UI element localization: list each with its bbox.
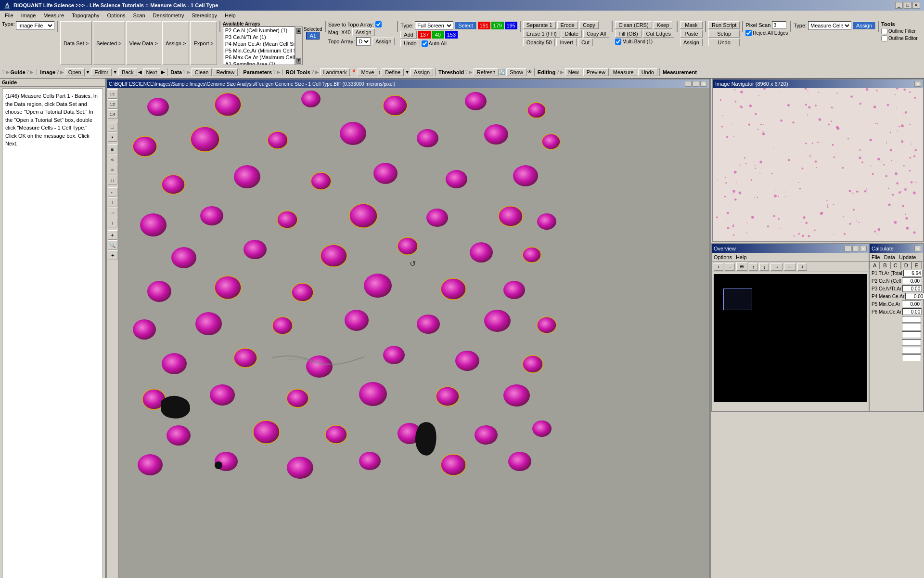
data-set-btn[interactable]: Data Set > (60, 21, 92, 65)
copy-btn[interactable]: Copy (579, 21, 599, 29)
mask-btn[interactable]: Mask (680, 21, 703, 29)
ov-minus-btn[interactable]: − (725, 263, 734, 271)
menu-image[interactable]: Image (18, 12, 39, 19)
minimize-btn[interactable]: _ (895, 2, 903, 9)
ov-maximize-btn[interactable]: □ (852, 246, 859, 251)
cut-edges-btn[interactable]: Cut Edges (643, 30, 674, 38)
zoom-tool-btn[interactable]: 🔍 (108, 240, 117, 250)
clean-btn[interactable]: Clean (192, 68, 212, 76)
open-btn[interactable]: Open (65, 68, 85, 76)
calc-row-value-8[interactable] (902, 331, 921, 338)
define-btn[interactable]: Define (382, 68, 404, 76)
calc-row-value-4[interactable] (902, 301, 921, 307)
measure-btn[interactable]: Measure (610, 68, 637, 76)
up-btn[interactable]: ↑ (108, 197, 117, 207)
back-btn[interactable]: Back (118, 68, 137, 76)
topo-arr-select[interactable]: D1 (356, 37, 371, 46)
array-item-2[interactable]: P4 Mean Ce.Ar (Mean Cell Size) (1) (223, 40, 295, 47)
selected-btn[interactable]: Selected > (93, 21, 125, 65)
small-square-btn[interactable]: ▪ (108, 132, 117, 142)
calc-close-btn[interactable]: ✕ (914, 246, 921, 251)
array-item-5[interactable]: A1 Sampling Area (1) (223, 61, 295, 65)
landmark-btn[interactable]: Landmark (320, 68, 350, 76)
auto-all-checkbox[interactable] (422, 40, 428, 47)
calc-row-value-10[interactable] (902, 347, 921, 354)
calc-row-value-3[interactable] (905, 293, 924, 300)
clean-crs-btn[interactable]: Clean (CRS) (615, 21, 652, 29)
assign-mag-btn[interactable]: Assign (352, 28, 375, 36)
refresh-btn[interactable]: Refresh (474, 68, 499, 76)
calc-row-value-0[interactable] (903, 270, 923, 276)
plus-btn[interactable]: + (108, 230, 117, 240)
array-list[interactable]: P2 Ce.N (Cell Number) (1) P3 Ce.N/Tt.Ar … (223, 26, 295, 65)
view-data-btn[interactable]: View Data > (126, 21, 161, 65)
calc-row-value-11[interactable] (902, 355, 921, 361)
ov-crosshair-btn[interactable]: ⊕ (736, 263, 747, 271)
star-btn[interactable]: ✦ (108, 250, 117, 260)
editor-btn[interactable]: Editor (91, 68, 112, 76)
zoom-14-btn[interactable]: 1:4 (108, 109, 117, 119)
img-maximize-btn[interactable]: □ (693, 81, 699, 87)
assign-editing-btn[interactable]: Assign (680, 39, 703, 46)
paste-btn[interactable]: Paste (680, 30, 703, 38)
run-script-btn[interactable]: Run Script (708, 21, 740, 29)
assign-roi-btn[interactable]: Assign (411, 68, 433, 76)
menu-topography[interactable]: Topography (69, 12, 103, 19)
copy-all-btn[interactable]: Copy All (583, 30, 609, 38)
array-item-0[interactable]: P2 Ce.N (Cell Number) (1) (223, 27, 295, 34)
ov-plus2-btn[interactable]: + (797, 263, 807, 271)
nav-close-btn[interactable]: ✕ (914, 81, 921, 87)
menu-densitometry[interactable]: Densitometry (150, 12, 187, 19)
ov-close-btn[interactable]: ✕ (860, 246, 867, 251)
undo2-btn[interactable]: Undo (708, 39, 740, 46)
show-btn[interactable]: Show (506, 68, 526, 76)
opacity50-btn[interactable]: Opacity 50 (523, 39, 555, 46)
zoom-12-btn[interactable]: 1:2 (108, 99, 117, 109)
invert-btn[interactable]: Invert (556, 39, 577, 46)
down-arrows-btn[interactable]: ↓↓ (108, 175, 117, 184)
menu-stereology[interactable]: Stereology (189, 12, 220, 19)
keep-btn[interactable]: Keep (654, 21, 673, 29)
array-item-1[interactable]: P3 Ce.N/Tt.Ar (1) (223, 34, 295, 40)
multi-band-checkbox[interactable] (615, 39, 621, 45)
overview-menu-help[interactable]: Help (736, 254, 747, 260)
menu-file[interactable]: File (2, 12, 16, 19)
next-btn[interactable]: Next (143, 68, 161, 76)
dilate-btn[interactable]: Dilate (562, 30, 582, 38)
separate1-btn[interactable]: Separate 1 (523, 21, 556, 29)
undo-btn[interactable]: Undo (400, 39, 420, 47)
left-arrows-btn[interactable]: « (108, 155, 117, 164)
calc-tab-b[interactable]: B (880, 262, 890, 269)
move-btn[interactable]: Move (358, 68, 377, 76)
menu-scan[interactable]: Scan (130, 12, 148, 19)
right-arrows-btn[interactable]: » (108, 165, 117, 174)
close-btn[interactable]: ✕ (912, 2, 920, 9)
calc-row-value-2[interactable] (902, 285, 922, 292)
ov-right2-btn[interactable]: → (770, 263, 783, 271)
calc-tab-a[interactable]: A (870, 262, 880, 269)
erode-btn[interactable]: Erode (557, 21, 578, 29)
menu-measure[interactable]: Measure (40, 12, 67, 19)
erase1fh-btn[interactable]: Erase 1 (FH) (523, 30, 560, 38)
menu-options[interactable]: Options (104, 12, 128, 19)
ov-up2-btn[interactable]: ↑ (749, 263, 758, 271)
calc-tab-e[interactable]: E (911, 262, 922, 269)
ov-plus-btn[interactable]: + (714, 263, 723, 271)
setup-btn[interactable]: Setup (708, 30, 740, 38)
lines-btn[interactable]: ≡ (108, 144, 117, 154)
overview-menu-options[interactable]: Options (714, 254, 732, 260)
overview-selection-rect[interactable] (723, 289, 752, 310)
zoom-11-btn[interactable]: 1:1 (108, 89, 117, 99)
calc-menu-data[interactable]: Data (884, 254, 895, 260)
fill-ob-btn[interactable]: Fill (OB) (615, 30, 641, 38)
cut-btn[interactable]: Cut (578, 39, 593, 46)
overview-canvas[interactable] (714, 274, 867, 402)
calc-row-value-9[interactable] (902, 339, 921, 346)
preview-btn[interactable]: Preview (583, 68, 609, 76)
assign-topo-btn[interactable]: Assign (372, 38, 395, 45)
right-btn[interactable]: → (108, 208, 117, 217)
calc-row-value-1[interactable] (902, 277, 921, 284)
save-topo-checkbox[interactable] (375, 21, 382, 27)
array-item-4[interactable]: P6 Max.Ce.Ar (Maximum Cell Size) (1) (223, 54, 295, 61)
assign4-btn[interactable]: Assign (853, 22, 875, 29)
